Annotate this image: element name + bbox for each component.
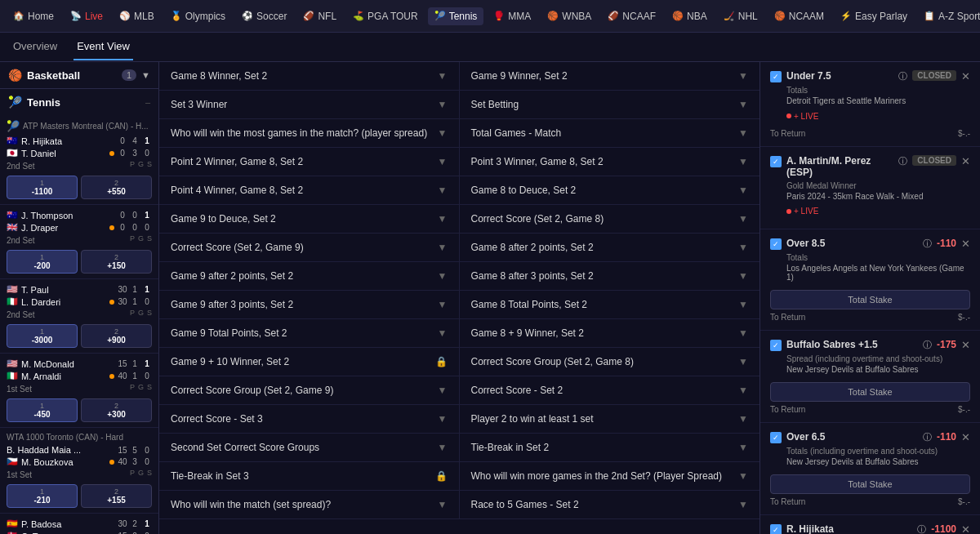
odds-arnaldi[interactable]: 2 +300	[81, 398, 152, 422]
nav-olympics[interactable]: 🏅 Olympics	[164, 7, 232, 25]
bet-checkbox-bet2[interactable]: ✓	[770, 156, 782, 167]
market-right-3[interactable]: Point 3 Winner, Game 8, Set 2▼	[460, 148, 760, 176]
chevron-down-icon: ▼	[438, 442, 448, 453]
market-right-15[interactable]: Race to 5 Games - Set 2▼	[460, 491, 760, 519]
odds-daniel[interactable]: 2 +550	[81, 176, 152, 199]
ncaam-icon: 🏀	[774, 11, 786, 21]
odds-bouzkova[interactable]: 2 +155	[81, 484, 152, 508]
market-right-8[interactable]: Game 8 Total Points, Set 2▼	[460, 291, 760, 319]
info-icon: ⓘ	[898, 70, 907, 82]
total-stake-button[interactable]: Total Stake	[770, 474, 970, 494]
market-left-15[interactable]: Who will win the match (set spread)?▼	[159, 491, 460, 519]
market-right-7[interactable]: Game 8 after 3 points, Set 2▼	[460, 262, 760, 291]
odds-darderi[interactable]: 2 +900	[81, 324, 152, 348]
market-left-8[interactable]: Game 9 after 3 points, Set 2▼	[159, 291, 460, 319]
odds-mcdonald[interactable]: 1 -450	[7, 398, 78, 422]
remove-bet-button[interactable]: ✕	[961, 431, 970, 443]
match-paul-darderi[interactable]: 🇺🇸 T. Paul 30 1 1 🇮🇹 L. Darderi 30 1	[0, 279, 158, 354]
bet-title: Over 8.5	[786, 238, 918, 249]
market-right-9[interactable]: Game 8 + 9 Winner, Set 2▼	[460, 319, 760, 348]
market-right-1[interactable]: Set Betting▼	[460, 91, 760, 119]
market-right-5[interactable]: Correct Score (Set 2, Game 8)▼	[460, 205, 760, 234]
chevron-down-icon: ▼	[738, 127, 748, 139]
market-left-11[interactable]: Correct Score Group (Set 2, Game 9)▼	[159, 376, 460, 405]
market-right-13[interactable]: Tie-Break in Set 2▼	[460, 434, 760, 462]
market-left-5[interactable]: Game 9 to Deuce, Set 2▼	[159, 205, 460, 234]
market-right-0[interactable]: Game 9 Winner, Set 2▼	[460, 62, 760, 91]
serve-indicator	[109, 300, 114, 305]
match-hijikata-daniel[interactable]: 🎾 ATP Masters Montreal (CAN) - H... 🇦🇺 R…	[0, 115, 158, 205]
bet-card-bet3: ✓ Over 8.5 ⓘ -110 ✕ Totals Los Angeles A…	[760, 229, 980, 331]
market-left-7[interactable]: Game 9 after 2 points, Set 2▼	[159, 262, 460, 291]
remove-bet-button[interactable]: ✕	[961, 523, 970, 534]
bet-checkbox-bet4[interactable]: ✓	[770, 340, 782, 351]
nav-ncaaf[interactable]: 🏈 NCAAF	[601, 7, 662, 25]
sport-tennis: 🎾 Tennis – 🎾 ATP Masters Montreal (CAN) …	[0, 89, 158, 534]
subnav-overview[interactable]: Overview	[10, 33, 60, 60]
nav-mlb[interactable]: ⚾ MLB	[113, 7, 161, 25]
odds-haddad[interactable]: 1 -210	[7, 484, 78, 508]
market-left-4[interactable]: Point 4 Winner, Game 8, Set 2▼	[159, 176, 460, 205]
nav-azsports[interactable]: 📋 A-Z Sports	[917, 7, 980, 25]
total-stake-button[interactable]: Total Stake	[770, 290, 970, 309]
market-left-10[interactable]: Game 9 + 10 Winner, Set 2🔒	[159, 348, 460, 376]
market-left-6[interactable]: Correct Score (Set 2, Game 9)▼	[159, 234, 460, 262]
match-badosa-tauson[interactable]: 🇪🇸 P. Badosa 30 2 1 🇩🇰 C. Tauson 15 2 0	[0, 514, 158, 534]
nav-ncaam[interactable]: 🏀 NCAAM	[768, 7, 831, 25]
market-right-2[interactable]: Total Games - Match▼	[460, 119, 760, 148]
nav-nba[interactable]: 🏀 NBA	[666, 7, 714, 25]
market-left-12[interactable]: Correct Score - Set 3▼	[159, 405, 460, 434]
nav-tennis[interactable]: 🎾 Tennis	[428, 7, 484, 25]
remove-bet-button[interactable]: ✕	[961, 155, 970, 167]
nav-nfl[interactable]: 🏈 NFL	[296, 7, 343, 25]
odds-hijikata[interactable]: 1 -1100	[7, 176, 78, 199]
sport-tennis-header[interactable]: 🎾 Tennis –	[0, 89, 158, 115]
nav-home[interactable]: 🏠 Home	[7, 7, 60, 25]
market-right-11[interactable]: Correct Score - Set 2▼	[460, 376, 760, 405]
bet-type: Totals	[786, 86, 970, 95]
market-left-9[interactable]: Game 9 Total Points, Set 2▼	[159, 319, 460, 348]
nav-easyparlay[interactable]: ⚡ Easy Parlay	[834, 7, 914, 25]
subnav-eventview[interactable]: Event View	[74, 33, 133, 60]
mma-icon: 🥊	[493, 11, 505, 21]
market-right-6[interactable]: Game 8 after 2 points, Set 2▼	[460, 234, 760, 262]
sport-basketball-header[interactable]: 🏀 Basketball 1 ▼	[0, 62, 158, 88]
market-right-14[interactable]: Who will win more games in the 2nd Set? …	[460, 462, 760, 491]
odds-draper[interactable]: 2 +150	[81, 250, 152, 274]
nav-pga[interactable]: ⛳ PGA TOUR	[346, 7, 425, 25]
bet-match: New Jersey Devils at Buffalo Sabres	[786, 457, 970, 466]
chevron-down-icon: ▼	[738, 499, 748, 510]
nav-soccer[interactable]: ⚽ Soccer	[235, 7, 293, 25]
bet-checkbox-bet1[interactable]: ✓	[770, 71, 782, 82]
market-left-2[interactable]: Who will win the most games in the match…	[159, 119, 460, 148]
market-left-0[interactable]: Game 8 Winner, Set 2▼	[159, 62, 460, 91]
mcdonald-flag: 🇺🇸	[7, 358, 18, 369]
nav-mma[interactable]: 🥊 MMA	[487, 7, 537, 25]
remove-bet-button[interactable]: ✕	[961, 339, 970, 351]
nav-wnba[interactable]: 🏀 WNBA	[541, 7, 598, 25]
market-left-1[interactable]: Set 3 Winner▼	[159, 91, 460, 119]
total-stake-button[interactable]: Total Stake	[770, 382, 970, 402]
odds-thompson[interactable]: 1 -200	[7, 250, 78, 274]
chevron-down-icon: ▼	[438, 413, 448, 425]
market-right-12[interactable]: Player 2 to win at least 1 set▼	[460, 405, 760, 434]
bet-checkbox-bet6[interactable]: ✓	[770, 524, 782, 534]
match-mcdonald-arnaldi[interactable]: 🇺🇸 M. McDonald 15 1 1 🇮🇹 M. Arnaldi 40 1	[0, 354, 158, 428]
bet-checkbox-bet5[interactable]: ✓	[770, 432, 782, 443]
bouzkova-flag: 🇨🇿	[7, 456, 18, 467]
remove-bet-button[interactable]: ✕	[961, 238, 970, 250]
chevron-down-icon: ▼	[438, 213, 448, 225]
market-left-14[interactable]: Tie-Break in Set 3🔒	[159, 462, 460, 491]
odds-paul[interactable]: 1 -3000	[7, 324, 78, 348]
market-right-10[interactable]: Correct Score Group (Set 2, Game 8)▼	[460, 348, 760, 376]
bet-checkbox-bet3[interactable]: ✓	[770, 238, 782, 250]
nav-live[interactable]: 📡 Live	[64, 7, 109, 25]
nav-nhl[interactable]: 🏒 NHL	[717, 7, 764, 25]
remove-bet-button[interactable]: ✕	[961, 70, 970, 82]
match-thompson-draper[interactable]: 🇦🇺 J. Thompson 0 0 1 🇬🇧 J. Draper 0 0	[0, 205, 158, 279]
market-right-4[interactable]: Game 8 to Deuce, Set 2▼	[460, 176, 760, 205]
match-haddad-bouzkova[interactable]: WTA 1000 Toronto (CAN) - Hard B. Haddad …	[0, 428, 158, 514]
chevron-down-icon: ▼	[738, 327, 748, 339]
market-left-13[interactable]: Second Set Correct Score Groups▼	[159, 434, 460, 462]
market-left-3[interactable]: Point 2 Winner, Game 8, Set 2▼	[159, 148, 460, 176]
